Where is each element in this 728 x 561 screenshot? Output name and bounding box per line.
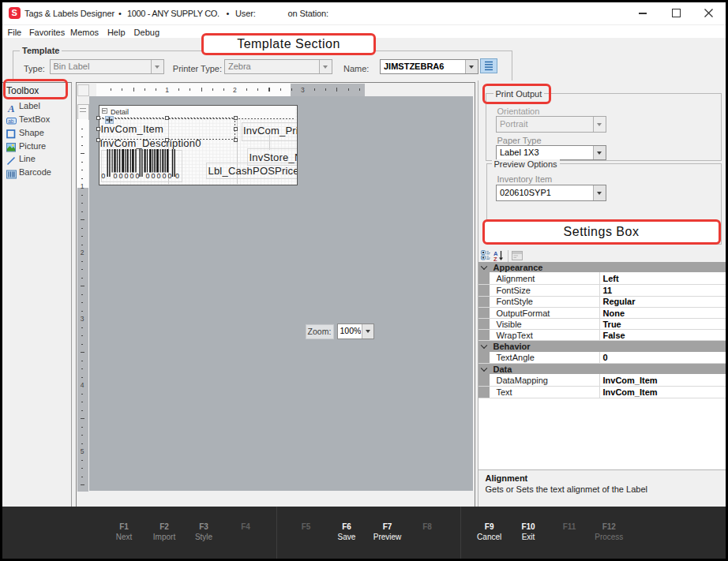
svg-text:A: A (7, 103, 15, 113)
svg-text:Z: Z (493, 255, 497, 261)
svg-text:ab: ab (8, 118, 14, 124)
